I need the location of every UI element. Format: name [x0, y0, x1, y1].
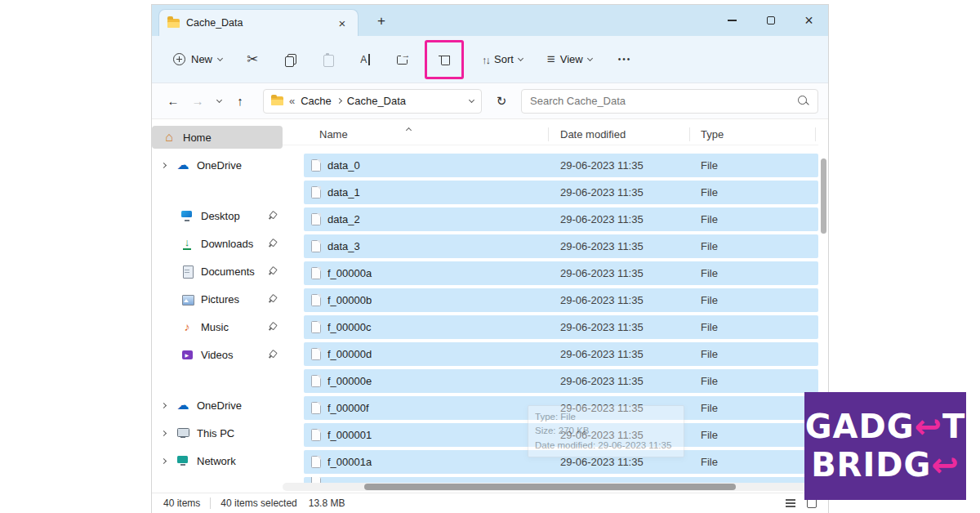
- onedrive-icon: [176, 158, 190, 172]
- sidebar-item-label: OneDrive: [197, 159, 242, 172]
- back-button[interactable]: ←: [162, 90, 185, 113]
- minimize-button[interactable]: [713, 5, 751, 36]
- logo-text: GADG: [805, 408, 915, 446]
- new-button[interactable]: New: [165, 48, 230, 70]
- breadcrumb-collapse[interactable]: «: [289, 95, 295, 107]
- maximize-icon: [767, 16, 775, 25]
- sidebar-item-onedrive[interactable]: OneDrive: [152, 154, 283, 176]
- column-header-date[interactable]: Date modified: [560, 128, 626, 141]
- up-button[interactable]: ↑: [229, 90, 252, 113]
- file-row[interactable]: data_1 29-06-2023 11:35 File: [304, 181, 818, 204]
- pin-icon: [265, 320, 278, 333]
- sidebar-item-this-pc[interactable]: This PC: [152, 422, 283, 444]
- horizontal-scrollbar-thumb[interactable]: [364, 484, 736, 490]
- sidebar-item-pictures[interactable]: Pictures: [152, 288, 283, 310]
- delete-button[interactable]: [429, 44, 460, 75]
- sidebar-item-desktop[interactable]: Desktop: [152, 204, 283, 227]
- tooltip-line: Size: 270 KB: [535, 424, 677, 438]
- search-input[interactable]: [530, 95, 797, 107]
- file-type: File: [701, 267, 818, 279]
- column-separator[interactable]: [689, 127, 690, 141]
- search-icon: [797, 95, 809, 107]
- address-bar: ← → ↑ « Cache Cache_Data ↻: [152, 83, 828, 119]
- file-row[interactable]: f_00000e 29-06-2023 11:35 File: [304, 369, 818, 393]
- explorer-window: Cache_Data New: [151, 4, 829, 513]
- expand-chevron-icon[interactable]: [162, 459, 176, 463]
- sidebar-item-documents[interactable]: Documents: [152, 260, 283, 283]
- view-button[interactable]: View: [541, 47, 599, 73]
- pin-icon: [265, 209, 278, 222]
- vertical-scrollbar-thumb[interactable]: [821, 158, 826, 234]
- maximize-button[interactable]: [751, 5, 790, 36]
- tab-cache-data[interactable]: Cache_Data: [158, 9, 359, 36]
- expand-chevron-icon[interactable]: [162, 431, 176, 435]
- expand-chevron-icon[interactable]: [162, 404, 176, 408]
- file-date-modified: 29-06-2023 11:35: [560, 240, 701, 252]
- file-type: File: [701, 321, 818, 333]
- tab-close-icon[interactable]: [335, 16, 350, 30]
- file-date-modified: 29-06-2023 11:35: [560, 456, 701, 468]
- file-row[interactable]: f_00000d 29-06-2023 11:35 File: [304, 342, 818, 366]
- file-row[interactable]: data_2 29-06-2023 11:35 File: [304, 207, 818, 231]
- sidebar-item-onedrive[interactable]: OneDrive: [152, 394, 283, 417]
- address-dropdown-icon[interactable]: [469, 96, 474, 102]
- close-icon: [804, 13, 813, 29]
- file-row[interactable]: f_00000c 29-06-2023 11:35 File: [304, 315, 818, 339]
- share-button[interactable]: [387, 44, 418, 75]
- refresh-button[interactable]: ↻: [490, 90, 513, 113]
- cut-button[interactable]: [237, 44, 268, 75]
- sidebar-item-music[interactable]: Music: [152, 315, 283, 338]
- more-options-button[interactable]: •••: [612, 50, 639, 69]
- file-row[interactable]: f_00000a 29-06-2023 11:35 File: [304, 261, 818, 285]
- sidebar-item-label: Pictures: [201, 293, 239, 306]
- paste-button[interactable]: [312, 44, 343, 75]
- logo-text: BRIDG: [811, 446, 931, 484]
- sidebar-item-videos[interactable]: Videos: [152, 343, 283, 366]
- file-row[interactable]: data_3 29-06-2023 11:35 File: [304, 234, 818, 258]
- file-row[interactable]: data_0 29-06-2023 11:35 File: [304, 154, 818, 177]
- rename-button[interactable]: [350, 44, 381, 75]
- tooltip-line: Date modified: 29-06-2023 11:35: [535, 439, 677, 453]
- expand-chevron-icon[interactable]: [162, 163, 176, 167]
- recent-locations-button[interactable]: [211, 90, 227, 113]
- details-view-icon[interactable]: [786, 499, 795, 507]
- sidebar-item-network[interactable]: Network: [152, 449, 283, 472]
- chevron-down-icon: [518, 55, 523, 60]
- forward-button[interactable]: →: [186, 90, 209, 113]
- sort-label: Sort: [494, 53, 514, 65]
- close-button[interactable]: [790, 5, 828, 36]
- onedrive-icon: [176, 399, 190, 412]
- new-tab-button[interactable]: [372, 11, 391, 30]
- column-separator[interactable]: [815, 127, 816, 141]
- file-icon: [311, 267, 321, 279]
- file-name: f_00000f: [327, 402, 369, 414]
- column-header-type[interactable]: Type: [701, 128, 724, 141]
- sidebar-item-home[interactable]: Home: [152, 126, 283, 149]
- column-header-name[interactable]: Name: [319, 128, 348, 141]
- column-separator[interactable]: [548, 127, 549, 141]
- sidebar-item-label: Network: [197, 455, 236, 467]
- file-type: File: [701, 159, 818, 172]
- breadcrumb-cache[interactable]: Cache: [301, 95, 332, 107]
- copy-button[interactable]: [274, 44, 305, 75]
- file-name: data_3: [327, 240, 360, 252]
- file-date-modified: 29-06-2023 11:35: [560, 213, 701, 225]
- sidebar-item-downloads[interactable]: Downloads: [152, 232, 283, 255]
- file-date-modified: 29-06-2023 11:35: [560, 348, 701, 360]
- sort-button[interactable]: Sort: [475, 47, 529, 72]
- file-name: f_00000a: [327, 267, 372, 279]
- breadcrumb-cache-data[interactable]: Cache_Data: [347, 95, 406, 107]
- horizontal-scrollbar[interactable]: [283, 483, 817, 491]
- status-bar: 40 items 40 items selected 13.8 MB: [152, 493, 828, 513]
- file-type: File: [701, 375, 818, 387]
- breadcrumb[interactable]: « Cache Cache_Data: [263, 89, 482, 114]
- selection-tooltip: Type: File Size: 270 KB Date modified: 2…: [528, 405, 684, 457]
- file-row[interactable]: f_00000b 29-06-2023 11:35 File: [304, 288, 818, 312]
- pictures-icon: [180, 292, 194, 306]
- logo-arrow-glyph: ↩: [915, 408, 943, 446]
- titlebar: Cache_Data: [152, 5, 828, 36]
- file-icon: [311, 402, 321, 414]
- search-box: [521, 89, 818, 114]
- file-date-modified: 29-06-2023 11:35: [560, 186, 701, 199]
- new-button-label: New: [191, 53, 212, 65]
